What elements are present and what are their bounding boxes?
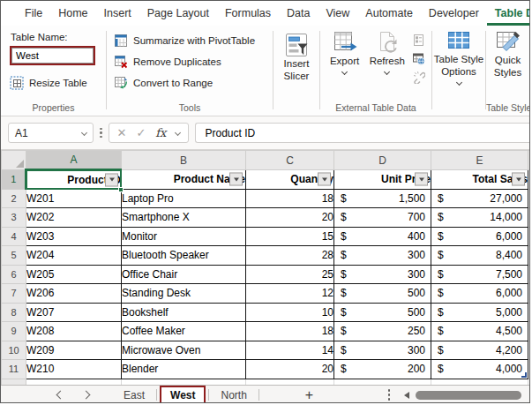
name-box[interactable]: A1 <box>8 123 94 143</box>
cell-empty[interactable] <box>528 170 531 190</box>
cell-empty[interactable] <box>431 379 528 385</box>
filter-button[interactable] <box>229 173 243 186</box>
cell-empty[interactable] <box>528 360 531 379</box>
cell-product-name[interactable]: Laptop Pro <box>122 189 246 208</box>
cell-empty[interactable] <box>528 284 531 304</box>
tab-automate[interactable]: Automate <box>357 1 421 26</box>
tab-formulas[interactable]: Formulas <box>217 1 279 26</box>
cell-product-name[interactable]: Microwave Oven <box>122 341 246 360</box>
cell-product-id[interactable]: W201 <box>26 189 122 208</box>
cell-product-id[interactable]: W204 <box>26 246 122 266</box>
row-header[interactable]: 6 <box>2 265 26 284</box>
sheet-tab-north[interactable]: North <box>209 386 258 403</box>
summarize-pivottable-button[interactable]: Summarize with PivotTable <box>114 30 273 51</box>
cell-total-sales[interactable]: $7,500 <box>431 265 528 284</box>
cell-total-sales[interactable]: $27,000 <box>431 189 528 208</box>
header-cell-product-id[interactable]: Product ID <box>26 170 122 190</box>
enter-icon[interactable]: ✓ <box>136 127 146 139</box>
next-sheet-icon[interactable] <box>82 391 91 400</box>
cell-empty[interactable] <box>528 303 531 322</box>
header-cell-product-name[interactable]: Product Name <box>122 170 246 190</box>
open-in-browser-button[interactable] <box>410 50 426 66</box>
cell-product-name[interactable]: Office Chair <box>122 265 246 284</box>
cell-product-id[interactable]: W205 <box>26 265 122 284</box>
cell-unit-price[interactable]: $500 <box>334 303 431 322</box>
tab-table-design[interactable]: Table Design <box>487 1 529 26</box>
cell-product-id[interactable]: W207 <box>26 303 122 322</box>
filter-button[interactable] <box>318 173 331 186</box>
tab-view[interactable]: View <box>318 1 357 26</box>
tab-developer[interactable]: Developer <box>421 1 487 26</box>
cell-empty[interactable] <box>528 265 531 284</box>
resize-table-button[interactable]: Resize Table <box>10 72 99 94</box>
cell-product-id[interactable]: W202 <box>26 208 122 228</box>
row-header[interactable]: 5 <box>2 246 26 266</box>
cell-empty[interactable] <box>246 379 334 385</box>
tab-data[interactable]: Data <box>279 1 318 26</box>
cell-empty[interactable] <box>528 379 531 385</box>
cell-quantity[interactable]: 18 <box>246 322 334 341</box>
tab-file[interactable]: File <box>17 1 50 26</box>
cell-unit-price[interactable]: $250 <box>334 322 431 341</box>
data-range-properties-button[interactable] <box>410 32 426 48</box>
table-style-options-button[interactable]: Table Style Options <box>432 26 485 85</box>
cell-total-sales[interactable]: $5,000 <box>431 303 528 322</box>
cell-product-id[interactable]: W209 <box>26 341 122 360</box>
horizontal-scrollbar-thumb[interactable] <box>416 391 521 400</box>
unlink-button[interactable] <box>410 69 426 85</box>
cell-empty[interactable] <box>528 322 531 341</box>
cell-product-name[interactable]: Monitor <box>122 227 246 246</box>
cell-unit-price[interactable]: $700 <box>334 208 431 228</box>
cell-empty[interactable] <box>528 208 531 228</box>
column-header-a[interactable]: A <box>26 151 122 170</box>
cell-quantity[interactable]: 18 <box>246 189 334 208</box>
previous-sheet-icon[interactable] <box>56 391 65 400</box>
filter-button[interactable] <box>105 173 118 186</box>
row-header[interactable]: 11 <box>2 360 26 379</box>
header-cell-quantity[interactable]: Quantity <box>246 170 334 190</box>
cell-product-id[interactable]: W208 <box>26 322 122 341</box>
cell-unit-price[interactable]: $300 <box>334 265 431 284</box>
cell-product-id[interactable]: W203 <box>26 227 122 246</box>
cell-empty[interactable] <box>528 246 531 266</box>
filter-button[interactable] <box>415 173 428 186</box>
formula-bar-resizer[interactable] <box>100 128 102 139</box>
row-header[interactable]: 9 <box>2 322 26 341</box>
column-header-b[interactable]: B <box>122 151 246 170</box>
cancel-icon[interactable]: ✕ <box>117 127 127 139</box>
tab-home[interactable]: Home <box>50 1 95 26</box>
cell-total-sales[interactable]: $8,400 <box>431 246 528 266</box>
row-header[interactable]: 4 <box>2 227 26 246</box>
cell-quantity[interactable]: 12 <box>246 284 334 304</box>
formula-input[interactable]: Product ID <box>195 123 529 143</box>
sheet-tab-west[interactable]: West <box>160 386 206 403</box>
column-header-c[interactable]: C <box>246 151 334 170</box>
cell-unit-price[interactable]: $400 <box>334 227 431 246</box>
cell-product-name[interactable]: Standing Desk <box>122 284 246 304</box>
cell-quantity[interactable]: 20 <box>246 208 334 228</box>
tab-page-layout[interactable]: Page Layout <box>139 1 217 26</box>
cell-empty[interactable] <box>528 189 531 208</box>
row-header[interactable]: 1 <box>2 170 26 190</box>
row-header[interactable]: 8 <box>2 303 26 322</box>
cell-unit-price[interactable]: $300 <box>334 341 431 360</box>
cell-quantity[interactable]: 28 <box>246 246 334 266</box>
insert-slicer-button[interactable]: Insert Slicer <box>273 26 319 83</box>
row-header[interactable]: 3 <box>2 208 26 228</box>
cell-unit-price[interactable]: $1,500 <box>334 189 431 208</box>
cell-total-sales[interactable]: $4,200 <box>431 341 528 360</box>
cell-product-id[interactable]: W210 <box>26 360 122 379</box>
table-name-input[interactable] <box>11 48 94 64</box>
row-header[interactable]: 2 <box>2 189 26 208</box>
insert-function-icon[interactable]: fx <box>155 126 166 139</box>
scroll-left-icon[interactable] <box>404 392 409 399</box>
cell-quantity[interactable]: 14 <box>246 341 334 360</box>
cell-unit-price[interactable]: $500 <box>334 284 431 304</box>
cell-quantity[interactable]: 25 <box>246 265 334 284</box>
column-header-e[interactable]: E <box>431 151 528 170</box>
filter-button[interactable] <box>512 173 525 186</box>
cell-unit-price[interactable]: $300 <box>334 246 431 266</box>
tab-insert[interactable]: Insert <box>96 1 139 26</box>
cell-quantity[interactable]: 15 <box>246 227 334 246</box>
cell-total-sales[interactable]: $14,000 <box>431 208 528 228</box>
